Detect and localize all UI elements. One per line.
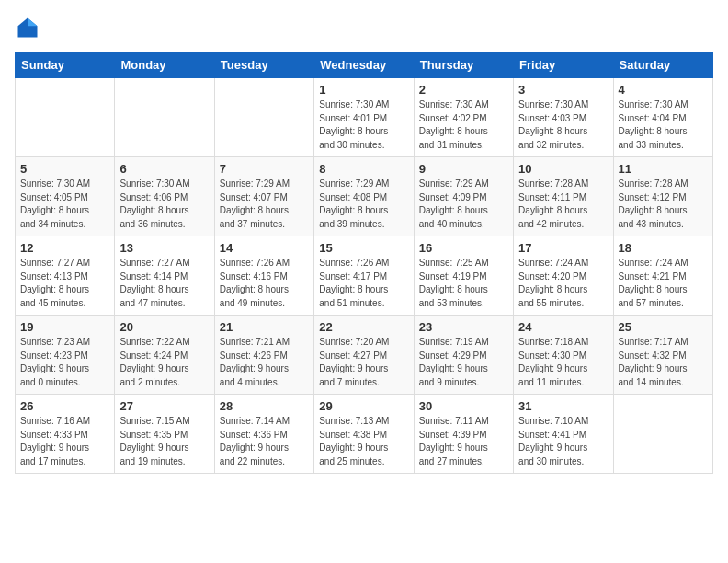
week-row-5: 26Sunrise: 7:16 AM Sunset: 4:33 PM Dayli… — [16, 395, 713, 474]
calendar-cell — [115, 78, 214, 157]
day-info: Sunrise: 7:26 AM Sunset: 4:17 PM Dayligh… — [319, 257, 408, 310]
calendar-cell: 26Sunrise: 7:16 AM Sunset: 4:33 PM Dayli… — [16, 395, 115, 474]
day-info: Sunrise: 7:28 AM Sunset: 4:12 PM Dayligh… — [619, 178, 708, 231]
weekday-header-row: SundayMondayTuesdayWednesdayThursdayFrid… — [16, 52, 713, 78]
calendar-cell: 25Sunrise: 7:17 AM Sunset: 4:32 PM Dayli… — [613, 316, 712, 395]
day-number: 27 — [119, 399, 209, 413]
day-number: 26 — [20, 399, 109, 413]
day-info: Sunrise: 7:13 AM Sunset: 4:38 PM Dayligh… — [319, 415, 408, 468]
calendar-cell: 22Sunrise: 7:20 AM Sunset: 4:27 PM Dayli… — [314, 316, 414, 395]
day-info: Sunrise: 7:30 AM Sunset: 4:05 PM Dayligh… — [20, 178, 109, 231]
day-number: 12 — [20, 241, 109, 255]
day-info: Sunrise: 7:29 AM Sunset: 4:09 PM Dayligh… — [419, 178, 508, 231]
day-info: Sunrise: 7:24 AM Sunset: 4:20 PM Dayligh… — [518, 257, 608, 310]
day-number: 23 — [419, 320, 508, 334]
day-number: 18 — [619, 241, 708, 255]
day-number: 14 — [220, 241, 309, 255]
calendar-cell: 7Sunrise: 7:29 AM Sunset: 4:07 PM Daylig… — [214, 157, 313, 236]
day-info: Sunrise: 7:14 AM Sunset: 4:36 PM Dayligh… — [220, 415, 309, 468]
week-row-1: 1Sunrise: 7:30 AM Sunset: 4:01 PM Daylig… — [16, 78, 713, 157]
calendar-cell: 9Sunrise: 7:29 AM Sunset: 4:09 PM Daylig… — [414, 157, 513, 236]
week-row-4: 19Sunrise: 7:23 AM Sunset: 4:23 PM Dayli… — [16, 316, 713, 395]
calendar-cell: 17Sunrise: 7:24 AM Sunset: 4:20 PM Dayli… — [514, 236, 613, 316]
day-info: Sunrise: 7:22 AM Sunset: 4:24 PM Dayligh… — [119, 336, 209, 389]
calendar-cell — [214, 78, 313, 157]
day-number: 6 — [119, 162, 209, 176]
day-number: 8 — [319, 162, 408, 176]
day-number: 2 — [419, 83, 508, 97]
calendar-cell — [613, 395, 712, 474]
svg-marker-1 — [28, 18, 38, 27]
day-number: 21 — [220, 320, 309, 334]
weekday-header-tuesday: Tuesday — [214, 52, 313, 78]
day-info: Sunrise: 7:19 AM Sunset: 4:29 PM Dayligh… — [419, 336, 508, 389]
calendar-cell: 13Sunrise: 7:27 AM Sunset: 4:14 PM Dayli… — [115, 236, 214, 316]
calendar-cell: 11Sunrise: 7:28 AM Sunset: 4:12 PM Dayli… — [613, 157, 712, 236]
logo-icon — [15, 15, 40, 40]
calendar-cell — [16, 78, 115, 157]
day-number: 20 — [119, 320, 209, 334]
day-number: 13 — [119, 241, 209, 255]
day-number: 7 — [220, 162, 309, 176]
calendar-cell: 28Sunrise: 7:14 AM Sunset: 4:36 PM Dayli… — [214, 395, 313, 474]
weekday-header-monday: Monday — [115, 52, 214, 78]
day-info: Sunrise: 7:18 AM Sunset: 4:30 PM Dayligh… — [518, 336, 608, 389]
day-info: Sunrise: 7:30 AM Sunset: 4:02 PM Dayligh… — [419, 98, 508, 152]
day-info: Sunrise: 7:20 AM Sunset: 4:27 PM Dayligh… — [319, 336, 408, 389]
week-row-2: 5Sunrise: 7:30 AM Sunset: 4:05 PM Daylig… — [16, 157, 713, 236]
day-number: 22 — [319, 320, 408, 334]
calendar-cell: 18Sunrise: 7:24 AM Sunset: 4:21 PM Dayli… — [613, 236, 712, 316]
day-number: 10 — [518, 162, 608, 176]
day-number: 24 — [518, 320, 608, 334]
day-number: 29 — [319, 399, 408, 413]
calendar-cell: 20Sunrise: 7:22 AM Sunset: 4:24 PM Dayli… — [115, 316, 214, 395]
day-info: Sunrise: 7:17 AM Sunset: 4:32 PM Dayligh… — [619, 336, 708, 389]
calendar-cell: 19Sunrise: 7:23 AM Sunset: 4:23 PM Dayli… — [16, 316, 115, 395]
day-number: 3 — [518, 83, 608, 97]
day-info: Sunrise: 7:15 AM Sunset: 4:35 PM Dayligh… — [119, 415, 209, 468]
day-number: 25 — [619, 320, 708, 334]
weekday-header-saturday: Saturday — [613, 52, 712, 78]
calendar-cell: 3Sunrise: 7:30 AM Sunset: 4:03 PM Daylig… — [514, 78, 613, 157]
day-info: Sunrise: 7:27 AM Sunset: 4:14 PM Dayligh… — [119, 257, 209, 310]
day-info: Sunrise: 7:30 AM Sunset: 4:06 PM Dayligh… — [119, 178, 209, 231]
calendar-cell: 23Sunrise: 7:19 AM Sunset: 4:29 PM Dayli… — [414, 316, 513, 395]
calendar-cell: 14Sunrise: 7:26 AM Sunset: 4:16 PM Dayli… — [214, 236, 313, 316]
day-info: Sunrise: 7:29 AM Sunset: 4:08 PM Dayligh… — [319, 178, 408, 231]
day-number: 15 — [319, 241, 408, 255]
week-row-3: 12Sunrise: 7:27 AM Sunset: 4:13 PM Dayli… — [16, 236, 713, 316]
calendar-cell: 16Sunrise: 7:25 AM Sunset: 4:19 PM Dayli… — [414, 236, 513, 316]
day-number: 16 — [419, 241, 508, 255]
weekday-header-friday: Friday — [514, 52, 613, 78]
day-info: Sunrise: 7:26 AM Sunset: 4:16 PM Dayligh… — [220, 257, 309, 310]
weekday-header-wednesday: Wednesday — [314, 52, 414, 78]
calendar-cell: 4Sunrise: 7:30 AM Sunset: 4:04 PM Daylig… — [613, 78, 712, 157]
day-number: 19 — [20, 320, 109, 334]
calendar-table: SundayMondayTuesdayWednesdayThursdayFrid… — [15, 52, 713, 474]
day-info: Sunrise: 7:10 AM Sunset: 4:41 PM Dayligh… — [518, 415, 608, 468]
day-info: Sunrise: 7:21 AM Sunset: 4:26 PM Dayligh… — [220, 336, 309, 389]
day-number: 17 — [518, 241, 608, 255]
day-info: Sunrise: 7:30 AM Sunset: 4:01 PM Dayligh… — [319, 98, 408, 152]
calendar-cell: 8Sunrise: 7:29 AM Sunset: 4:08 PM Daylig… — [314, 157, 414, 236]
calendar-cell: 6Sunrise: 7:30 AM Sunset: 4:06 PM Daylig… — [115, 157, 214, 236]
weekday-header-sunday: Sunday — [16, 52, 115, 78]
calendar-cell: 27Sunrise: 7:15 AM Sunset: 4:35 PM Dayli… — [115, 395, 214, 474]
day-info: Sunrise: 7:30 AM Sunset: 4:03 PM Dayligh… — [518, 98, 608, 152]
day-info: Sunrise: 7:23 AM Sunset: 4:23 PM Dayligh… — [20, 336, 109, 389]
day-info: Sunrise: 7:24 AM Sunset: 4:21 PM Dayligh… — [619, 257, 708, 310]
calendar-cell: 12Sunrise: 7:27 AM Sunset: 4:13 PM Dayli… — [16, 236, 115, 316]
day-number: 9 — [419, 162, 508, 176]
calendar-cell: 15Sunrise: 7:26 AM Sunset: 4:17 PM Dayli… — [314, 236, 414, 316]
logo — [15, 15, 44, 40]
day-info: Sunrise: 7:25 AM Sunset: 4:19 PM Dayligh… — [419, 257, 508, 310]
calendar-cell: 2Sunrise: 7:30 AM Sunset: 4:02 PM Daylig… — [414, 78, 513, 157]
day-number: 5 — [20, 162, 109, 176]
day-number: 4 — [619, 83, 708, 97]
day-number: 30 — [419, 399, 508, 413]
calendar-cell: 1Sunrise: 7:30 AM Sunset: 4:01 PM Daylig… — [314, 78, 414, 157]
day-info: Sunrise: 7:30 AM Sunset: 4:04 PM Dayligh… — [619, 98, 708, 152]
weekday-header-thursday: Thursday — [414, 52, 513, 78]
day-info: Sunrise: 7:29 AM Sunset: 4:07 PM Dayligh… — [220, 178, 309, 231]
calendar-cell: 24Sunrise: 7:18 AM Sunset: 4:30 PM Dayli… — [514, 316, 613, 395]
